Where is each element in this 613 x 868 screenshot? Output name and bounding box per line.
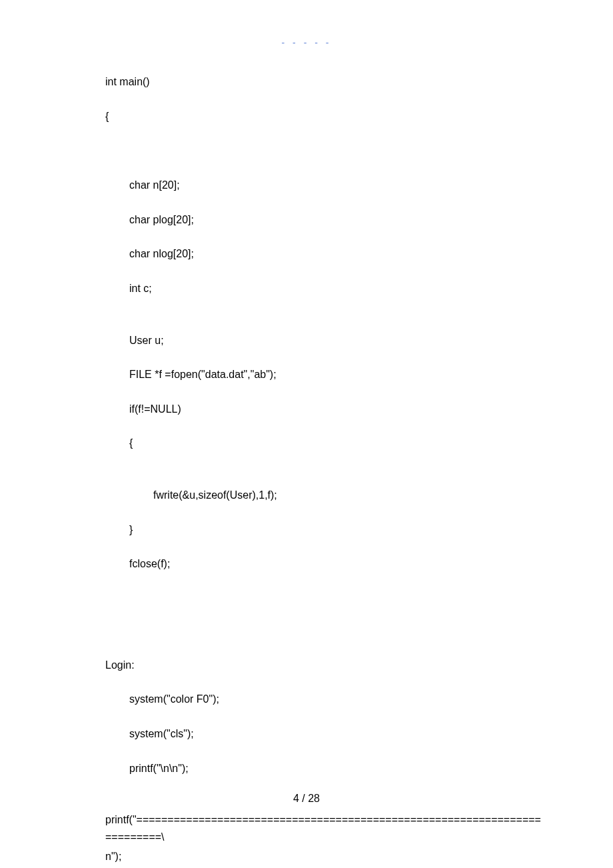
code-line: system("color F0");	[105, 691, 546, 708]
code-line: fclose(f);	[105, 555, 546, 573]
code-line: n");	[105, 848, 546, 865]
code-line: char plog[20];	[105, 211, 546, 229]
page-number: 4 / 28	[0, 793, 613, 805]
code-line: int main()	[105, 73, 546, 91]
code-line: printf("\n\n");	[105, 760, 546, 777]
code-line: {	[105, 108, 546, 125]
code-content: int main() { char n[20]; char plog[20]; …	[105, 73, 546, 868]
code-line: int c;	[105, 280, 546, 297]
code-line: fwrite(&u,sizeof(User),1,f);	[105, 487, 546, 504]
code-line: if(f!=NULL)	[105, 401, 546, 418]
code-line: }	[105, 521, 546, 539]
code-line: Login:	[105, 657, 546, 674]
code-line: User u;	[105, 332, 546, 349]
header-dashes: - - - - -	[0, 37, 613, 48]
code-line: char n[20];	[105, 177, 546, 194]
code-line: printf("================================…	[105, 811, 546, 845]
code-line: char nlog[20];	[105, 245, 546, 263]
code-line: system("cls");	[105, 725, 546, 743]
code-line: FILE *f =fopen("data.dat","ab");	[105, 366, 546, 383]
code-line: {	[105, 435, 546, 452]
